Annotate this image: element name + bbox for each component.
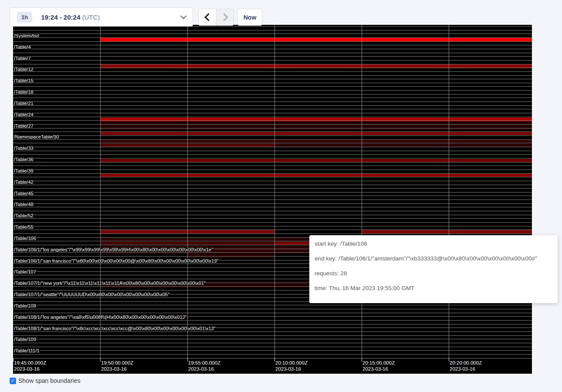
show-span-boundaries-row: ✓ Show span boundaries [10,377,80,384]
row-label: /Table/52 [14,213,34,218]
key-visualizer-heatmap[interactable]: /System/tsd/Table/4/Table/7/Table/12/Tab… [13,25,532,374]
span-boundary-line [13,199,532,200]
row-label: /Table/48 [14,202,34,207]
span-boundary-line [13,120,532,121]
x-axis-label: 20:10:00.000Z2023-03-16 [275,360,308,372]
x-axis-label: 19:45:00.000Z2023-03-16 [14,360,46,372]
chevron-right-icon [220,13,228,21]
span-boundary-line [13,181,532,181]
span-boundary-line [13,320,532,321]
span-boundary-line [13,354,532,355]
span-boundary-line [13,90,532,91]
span-boundary-line [13,313,532,313]
span-boundary-line [13,173,532,174]
now-button[interactable]: Now [237,9,262,26]
time-bucket-line [274,25,275,358]
x-axis-label: 20:15:00.000Z2023-03-16 [362,360,395,372]
span-boundary-line [13,339,532,339]
span-boundary-line [13,347,532,347]
span-boundary-line [13,169,532,170]
axis-tick [187,358,188,362]
x-axis-date: 2023-03-16 [101,366,133,372]
span-boundary-line [13,45,532,45]
axis-tick [362,358,362,362]
row-label: /Table/107/1/"new york"/"\x11\x11\x11\x1… [14,280,206,286]
span-boundary-line [13,147,532,147]
span-boundary-line [13,94,532,95]
x-axis-label: 19:50:00.000Z2023-03-16 [101,360,133,372]
time-bucket-line [362,25,362,358]
heat-band [100,38,532,41]
span-boundary-line [13,203,532,204]
time-bucket-line [449,25,449,358]
span-boundary-line [13,34,532,34]
span-boundary-line [13,86,532,87]
span-boundary-line [13,188,532,189]
span-boundary-line [13,335,532,336]
span-tooltip: start key: /Table/106 end key: /Table/10… [309,235,558,303]
x-axis-time: 19:50:00.000Z [101,360,133,366]
x-axis-label: 20:20:00.000Z2023-03-16 [450,360,482,372]
span-boundary-line [13,211,532,211]
row-label: /Table/106/1/"san francisco"/"\x80\x00\x… [14,258,219,264]
span-boundary-line [13,233,532,234]
show-span-boundaries-checkbox[interactable]: ✓ [10,378,16,384]
span-boundary-line [13,207,532,207]
span-boundary-line [13,226,532,226]
span-boundary-line [13,196,532,196]
span-boundary-line [13,101,532,102]
span-boundary-line [13,117,532,117]
row-label: /Table/15 [14,78,34,83]
span-boundary-line [13,177,532,177]
span-boundary-line [13,53,532,53]
span-boundary-line [13,185,532,185]
row-label: /Table/7 [14,56,31,61]
span-boundary-line [13,68,532,68]
prev-time-window-button[interactable] [198,9,216,26]
span-boundary-line [13,83,532,83]
x-axis-date: 2023-03-16 [275,366,308,372]
span-boundary-line [13,331,532,332]
x-axis-label: 19:55:00.000Z2023-03-16 [188,360,220,372]
x-axis-date: 2023-03-16 [450,366,482,372]
axis-tick [13,358,14,362]
span-boundary-line [13,37,532,38]
row-label: /Table/108/1/"los angeles"/"\xa8\xf5\u00… [14,314,186,320]
x-axis-time: 20:15:00.000Z [362,360,395,366]
tooltip-start-key: start key: /Table/106 [315,241,552,247]
span-boundary-line [13,350,532,351]
row-label: /Table/107 [14,269,36,274]
span-boundary-line [13,343,532,343]
time-range-value: 19:24 - 20:24 [41,14,80,21]
span-boundary-line [13,49,532,49]
time-window-nav [198,9,234,26]
span-boundary-line [13,30,532,30]
time-window-selector[interactable]: 1h 19:24 - 20:24 (UTC) [10,7,193,27]
row-label: /Table/106/1/"los angeles"/"\x99\x99\x99… [14,247,213,252]
heat-band [100,122,532,130]
row-label: /Table/111/1 [14,348,39,353]
span-boundary-line [13,109,532,109]
row-label: /Table/39 [14,168,34,173]
x-axis-date: 2023-03-16 [362,366,395,372]
row-label: /Table/42 [14,179,34,185]
span-boundary-line [13,358,532,358]
row-label: /Table/33 [14,145,34,151]
row-label: /NamespaceTable/30 [14,134,59,139]
x-axis-time: 19:55:00.000Z [188,360,220,366]
row-label: /Table/108 [14,303,36,308]
row-label: /Table/36 [14,157,34,162]
span-boundary-line [13,132,532,132]
x-axis-time: 19:45:00.000Z [14,360,46,366]
next-time-window-button[interactable] [216,9,234,26]
heat-band [100,118,532,122]
row-label: /Table/109 [14,337,36,342]
span-boundary-line [13,166,532,166]
row-label: /Table/108/1/"san francisco"/"\x8c\xcc\x… [14,326,216,331]
x-axis-time: 20:20:00.000Z [450,360,482,366]
span-boundary-line [13,75,532,76]
span-boundary-line [13,79,532,79]
axis-tick [100,358,101,362]
row-label: /Table/24 [14,112,34,117]
span-boundary-line [13,215,532,215]
